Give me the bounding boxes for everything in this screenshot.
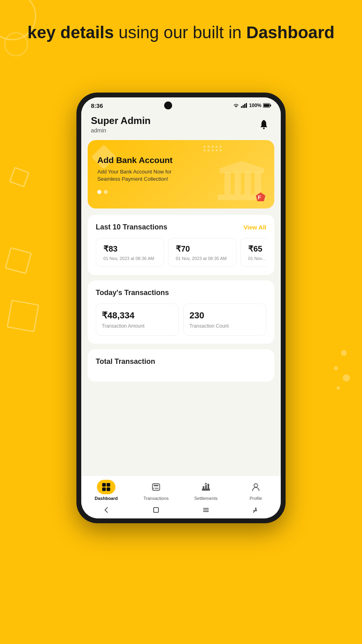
txn-date-0: 01 Nov, 2023 at 08:36 AM <box>103 256 156 261</box>
svg-rect-13 <box>220 169 264 173</box>
svg-point-30 <box>254 484 258 487</box>
svg-rect-3 <box>246 103 247 108</box>
svg-rect-1 <box>243 105 244 108</box>
header-user-info: Super Admin admin <box>91 115 150 134</box>
screen-content[interactable]: Add Bank Account Add Your Bank Account N… <box>81 140 281 475</box>
svg-rect-0 <box>241 106 242 108</box>
transactions-icon-wrap <box>147 480 165 494</box>
last-txn-title: Last 10 Transactions <box>96 223 167 231</box>
today-txn-title: Today's Transactions <box>96 289 169 297</box>
settlements-label: Settlements <box>194 496 218 501</box>
total-txn-header: Total Transaction <box>96 357 266 366</box>
nav-settlements[interactable]: Settlements <box>181 480 231 501</box>
transaction-count-card: 230 Transaction Count <box>183 303 266 336</box>
dashboard-label: Dashboard <box>95 496 117 501</box>
nav-dashboard[interactable]: Dashboard <box>81 480 131 501</box>
txn-item-0[interactable]: ₹83 01 Nov, 2023 at 08:36 AM <box>96 238 164 267</box>
status-icons: 100% <box>233 103 271 108</box>
battery-icon <box>263 103 271 108</box>
back-button[interactable] <box>103 506 110 514</box>
today-stats-row: ₹48,334 Transaction Amount 230 Transacti… <box>96 303 266 336</box>
nav-profile[interactable]: Profile <box>231 480 281 501</box>
home-button[interactable] <box>152 506 160 514</box>
svg-text:F: F <box>258 194 261 200</box>
txn-count-label: Transaction Count <box>189 323 260 329</box>
settlements-icon <box>202 483 210 491</box>
txn-amount-1: ₹70 <box>176 244 229 254</box>
banner-indicators <box>97 190 265 194</box>
transactions-icon <box>152 483 160 491</box>
banner-card[interactable]: Add Bank Account Add Your Bank Account N… <box>88 140 274 208</box>
profile-label: Profile <box>249 496 262 501</box>
app-header: Super Admin admin <box>81 111 281 140</box>
svg-rect-21 <box>152 484 160 490</box>
view-all-button[interactable]: View All <box>243 224 266 231</box>
status-bar: 8:36 100% <box>81 97 281 111</box>
banner-dot-pattern <box>204 146 222 151</box>
transactions-label: Transactions <box>144 496 169 501</box>
bottom-navigation: Dashboard Transactions <box>81 475 281 503</box>
svg-marker-29 <box>204 483 208 485</box>
svg-rect-17 <box>102 483 106 487</box>
svg-rect-28 <box>208 484 209 489</box>
battery-text: 100% <box>249 103 261 108</box>
svg-rect-25 <box>202 489 210 491</box>
profile-icon-wrap <box>247 480 265 494</box>
svg-rect-27 <box>205 485 207 489</box>
notification-button[interactable] <box>257 117 271 132</box>
svg-point-23 <box>153 488 154 489</box>
svg-rect-2 <box>244 104 245 108</box>
nav-transactions[interactable]: Transactions <box>131 480 181 501</box>
transaction-amount-card: ₹48,334 Transaction Amount <box>96 303 179 336</box>
indicator-2 <box>104 190 108 194</box>
camera-notch <box>164 101 172 109</box>
wifi-icon <box>233 103 239 108</box>
txn-amount-0: ₹83 <box>103 244 156 254</box>
signal-icon <box>241 103 247 108</box>
hero-section: key details using our built in Dashboard <box>0 22 362 43</box>
brand-logo: F <box>255 192 266 203</box>
svg-rect-22 <box>154 485 158 486</box>
last-txn-header: Last 10 Transactions View All <box>96 223 266 231</box>
dashboard-icon <box>102 483 111 491</box>
user-role: admin <box>91 127 150 134</box>
last-transactions-section: Last 10 Transactions View All ₹83 01 Nov… <box>88 215 274 275</box>
svg-rect-26 <box>203 486 204 489</box>
assist-button[interactable] <box>252 506 259 514</box>
hero-dashboard-text: Dashboard <box>246 23 334 42</box>
bell-icon <box>259 119 269 130</box>
svg-point-7 <box>263 128 265 129</box>
android-nav-bar <box>81 503 281 518</box>
status-time: 8:36 <box>91 102 103 109</box>
user-name: Super Admin <box>91 115 150 126</box>
indicator-1 <box>97 190 101 194</box>
banner-subtitle: Add Your Bank Account Now for Seamless P… <box>97 168 189 183</box>
total-txn-title: Total Transaction <box>96 357 155 366</box>
settlements-icon-wrap <box>197 480 215 494</box>
txn-count-value: 230 <box>189 310 260 321</box>
hero-bold-text: key details <box>27 23 114 42</box>
svg-rect-5 <box>270 105 271 107</box>
txn-amount-2: ₹65 <box>248 244 266 254</box>
phone-frame: 8:36 100% <box>76 93 286 523</box>
todays-transactions-section: Today's Transactions ₹48,334 Transaction… <box>88 281 274 344</box>
txn-item-2[interactable]: ₹65 01 Nov... <box>241 238 266 267</box>
txn-item-1[interactable]: ₹70 01 Nov, 2023 at 08:35 AM <box>168 238 237 267</box>
phone-screen: 8:36 100% <box>81 97 281 518</box>
svg-rect-31 <box>154 508 158 512</box>
svg-rect-24 <box>155 488 158 489</box>
total-transaction-section: Total Transaction <box>88 349 274 382</box>
recents-button[interactable] <box>202 506 210 514</box>
hero-normal-text: using our built in <box>119 23 247 42</box>
svg-rect-19 <box>102 487 106 491</box>
banner-title: Add Bank Account <box>97 155 265 165</box>
txn-amount-label: Transaction Amount <box>102 323 173 329</box>
svg-rect-20 <box>107 487 110 491</box>
transaction-list: ₹83 01 Nov, 2023 at 08:36 AM ₹70 01 Nov,… <box>96 238 266 267</box>
dashboard-icon-wrap <box>97 480 115 494</box>
today-txn-header: Today's Transactions <box>96 289 266 297</box>
txn-amount-value: ₹48,334 <box>102 310 173 321</box>
txn-date-1: 01 Nov, 2023 at 08:35 AM <box>176 256 229 261</box>
txn-date-2: 01 Nov... <box>248 256 266 261</box>
profile-icon <box>251 483 260 491</box>
